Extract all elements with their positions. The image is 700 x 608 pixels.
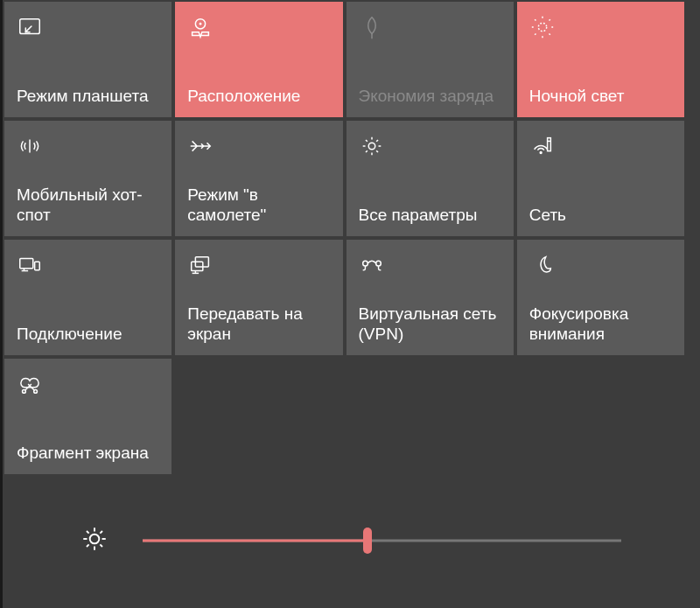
project-icon	[187, 250, 217, 280]
tile-airplane-mode[interactable]: Режим "в самолете"	[175, 121, 342, 236]
slider-thumb[interactable]	[363, 528, 372, 554]
svg-line-12	[549, 34, 550, 36]
tile-project[interactable]: Передавать на экран	[175, 240, 342, 355]
svg-point-14	[368, 143, 375, 150]
svg-line-37	[87, 531, 89, 534]
tile-label: Виртуальная сеть (VPN)	[359, 304, 501, 346]
svg-line-9	[534, 19, 536, 21]
svg-point-27	[375, 261, 381, 266]
gear-icon	[359, 131, 388, 161]
airplane-icon	[187, 131, 217, 161]
svg-point-26	[362, 261, 368, 266]
tile-label: Фокусировка внимания	[529, 304, 672, 346]
svg-point-30	[23, 390, 26, 394]
svg-rect-16	[547, 138, 550, 151]
leaf-icon	[359, 12, 388, 42]
tile-label: Фрагмент экрана	[17, 443, 159, 464]
tile-label: Все параметры	[359, 205, 501, 226]
vpn-icon	[359, 250, 388, 280]
tile-network[interactable]: Сеть	[517, 121, 684, 236]
wifi-icon	[529, 131, 559, 161]
tile-label: Расположение	[187, 86, 330, 107]
hotspot-icon	[17, 131, 46, 161]
svg-line-10	[549, 19, 550, 21]
brightness-icon	[80, 524, 109, 557]
svg-point-31	[34, 390, 38, 394]
tile-label: Ночной свет	[529, 86, 672, 107]
tile-mobile-hotspot[interactable]: Мобильный хот-спот	[4, 121, 172, 236]
tile-battery-saver[interactable]: Экономия заряда	[346, 2, 514, 117]
tile-label: Сеть	[529, 205, 672, 226]
brightness-row	[3, 524, 700, 557]
quick-action-grid: Режим планшета Расположение Экономия зар…	[4, 2, 684, 474]
svg-line-40	[100, 531, 102, 534]
tile-vpn[interactable]: Виртуальная сеть (VPN)	[346, 240, 514, 355]
svg-line-39	[87, 544, 89, 547]
slider-fill	[143, 540, 368, 542]
tile-label: Подключение	[17, 324, 159, 345]
tile-all-settings[interactable]: Все параметры	[346, 121, 514, 236]
tile-label: Режим планшета	[17, 86, 159, 107]
moon-icon	[529, 250, 559, 280]
tile-label: Мобильный хот-спот	[17, 185, 159, 227]
tile-location[interactable]: Расположение	[175, 2, 342, 117]
svg-point-32	[90, 535, 100, 544]
svg-rect-19	[35, 262, 40, 269]
tile-label: Экономия заряда	[359, 86, 501, 107]
connect-icon	[17, 250, 46, 280]
svg-rect-18	[20, 259, 33, 269]
svg-line-38	[100, 544, 102, 547]
brightness-slider[interactable]	[143, 530, 621, 551]
tile-screen-snip[interactable]: Фрагмент экрана	[4, 359, 172, 474]
action-center-panel: Режим планшета Расположение Экономия зар…	[0, 0, 700, 608]
location-icon	[187, 12, 217, 42]
tablet-icon	[17, 12, 46, 42]
tile-label: Режим "в самолете"	[187, 185, 330, 227]
tile-connect[interactable]: Подключение	[4, 240, 172, 355]
tile-night-light[interactable]: Ночной свет	[517, 2, 684, 117]
svg-line-11	[534, 34, 536, 36]
svg-point-15	[540, 152, 542, 154]
svg-point-4	[538, 23, 546, 31]
snip-icon	[17, 369, 46, 399]
svg-point-2	[200, 23, 202, 25]
tile-label: Передавать на экран	[187, 304, 330, 346]
night-light-icon	[529, 12, 559, 42]
tile-tablet-mode[interactable]: Режим планшета	[4, 2, 172, 117]
tile-focus-assist[interactable]: Фокусировка внимания	[517, 240, 684, 355]
